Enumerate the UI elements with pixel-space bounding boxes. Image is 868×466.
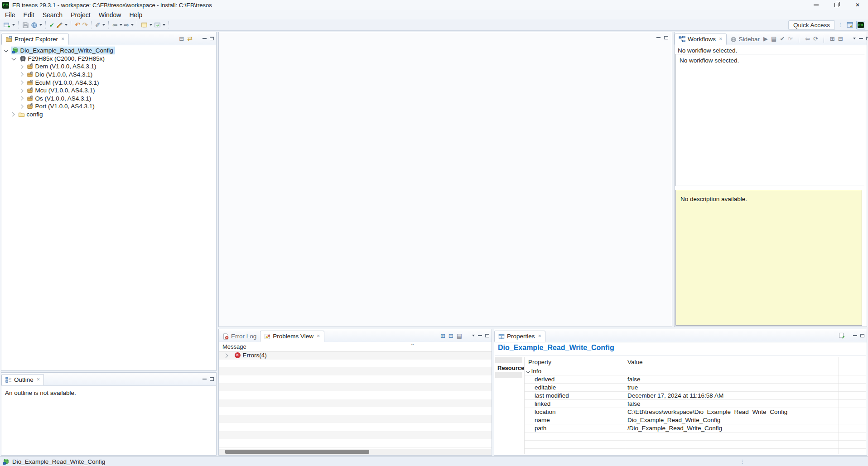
tree-item-module-dio[interactable]: Dio (V1.0.0, AS4.3.1)	[1, 71, 216, 79]
tree-item-module-ecum[interactable]: EcuM (V1.0.0, AS4.3.1)	[1, 78, 216, 86]
close-icon[interactable]: ✕	[37, 378, 40, 382]
chevron-right-icon[interactable]	[19, 104, 23, 108]
pin-properties-button[interactable]	[839, 332, 845, 339]
edit-mode-button[interactable]: ✐	[95, 22, 105, 28]
expand-all-icon[interactable]: ⊞	[830, 36, 835, 42]
tree-item[interactable]: EcuM (V1.0.0, AS4.3.1)	[26, 79, 101, 86]
forward-dropdown-arrow[interactable]	[131, 24, 134, 26]
selected-tree-item[interactable]: Dio_Example_Read_Write_Config	[11, 47, 115, 54]
tree-item-target[interactable]: F29H85x (C2000, F29H85x)	[1, 55, 216, 63]
tab-outline[interactable]: Outline ✕	[1, 374, 44, 385]
previous-step-icon[interactable]: ⇦	[805, 36, 810, 42]
window-minimize-button[interactable]	[805, 0, 826, 10]
minimize-view-icon[interactable]	[203, 38, 207, 39]
new-project-button[interactable]	[4, 22, 15, 29]
open-perspective-button[interactable]	[847, 22, 854, 29]
menu-window[interactable]: Window	[95, 10, 125, 19]
minimize-view-icon[interactable]	[203, 379, 207, 380]
menu-edit[interactable]: Edit	[19, 10, 39, 19]
maximize-view-icon[interactable]	[860, 334, 864, 337]
update-dropdown-arrow[interactable]	[39, 24, 42, 26]
tree-item-module-dem[interactable]: Dem (V1.0.0, AS4.3.1)	[1, 62, 216, 71]
table-row[interactable]: path /Dio_Example_Read_Write_Config	[525, 424, 866, 432]
back-button[interactable]: ⇦	[112, 22, 122, 28]
tree-item[interactable]: Os (V1.0.0, AS4.3.1)	[26, 95, 93, 102]
tree-item-module-os[interactable]: Os (V1.0.0, AS4.3.1)	[1, 95, 216, 103]
table-row[interactable]: location C:\EB\tresos\workspace\Dio_Exam…	[525, 408, 866, 416]
minimize-view-icon[interactable]	[478, 335, 482, 336]
info-group-row[interactable]: Info	[525, 367, 866, 375]
tab-sidebar[interactable]: Sidebar	[727, 34, 764, 45]
minimize-view-icon[interactable]	[853, 335, 857, 336]
table-row[interactable]: editable true	[525, 384, 866, 392]
view-menu-icon[interactable]	[472, 335, 475, 336]
close-icon[interactable]: ✕	[719, 37, 723, 41]
table-row[interactable]: linked false	[525, 400, 866, 408]
maximize-editor-icon[interactable]	[664, 36, 668, 39]
message-column-header[interactable]: Message ^	[219, 342, 492, 351]
chevron-down-icon[interactable]	[526, 369, 530, 373]
window-close-button[interactable]: ✕	[847, 0, 868, 10]
collapse-all-icon[interactable]: ⊟	[838, 36, 843, 42]
column-divider[interactable]	[625, 357, 625, 454]
tresos-perspective-button[interactable]: EB	[856, 21, 865, 29]
maximize-view-icon[interactable]	[866, 37, 868, 40]
close-icon[interactable]: ✕	[317, 334, 320, 338]
forward-button[interactable]: ⇨	[124, 22, 134, 28]
link-with-editor-icon[interactable]: ⇄	[187, 35, 193, 42]
chevron-right-icon[interactable]	[19, 96, 23, 101]
table-row[interactable]: derived false	[525, 375, 866, 384]
tab-project-explorer[interactable]: Project Explorer ✕	[1, 34, 69, 45]
workflow-list[interactable]: No workflow selected.	[675, 54, 865, 186]
maximize-view-icon[interactable]	[210, 37, 214, 40]
tree-item-module-port[interactable]: Port (V1.0.0, AS4.3.1)	[1, 102, 216, 110]
expand-all-icon[interactable]: ⊞	[440, 333, 445, 339]
tree-item[interactable]: Port (V1.0.0, AS4.3.1)	[26, 102, 96, 110]
horizontal-scrollbar[interactable]	[219, 449, 491, 455]
tree-item[interactable]: Dem (V1.0.0, AS4.3.1)	[26, 62, 98, 70]
restart-workflow-icon[interactable]: ⟳	[813, 36, 818, 42]
tree-item-module-mcu[interactable]: Mcu (V1.0.0, AS4.3.1)	[1, 86, 216, 95]
back-dropdown-arrow[interactable]	[120, 24, 122, 26]
tree-item-config-folder[interactable]: config	[1, 110, 216, 119]
view-menu-icon[interactable]	[853, 38, 856, 39]
verify-button[interactable]: ✔	[49, 22, 54, 28]
undo-button[interactable]: ↶	[75, 22, 81, 29]
chevron-right-icon[interactable]	[19, 81, 23, 85]
errors-group-row[interactable]: ✕ Errors(4)	[219, 351, 492, 360]
editor-area[interactable]	[218, 32, 672, 327]
chevron-right-icon[interactable]	[19, 72, 23, 77]
new-dropdown-arrow[interactable]	[12, 24, 15, 26]
open-documentation-icon[interactable]: ▤	[771, 36, 776, 42]
redo-button[interactable]: ↷	[82, 22, 88, 29]
collapse-all-icon[interactable]: ⊟	[179, 36, 184, 42]
menu-project[interactable]: Project	[67, 10, 95, 19]
tab-workflows[interactable]: Workflows ✕	[675, 34, 727, 45]
tab-properties[interactable]: Properties ✕	[494, 331, 545, 342]
quick-access-button[interactable]: Quick Access	[788, 20, 835, 30]
tree-item[interactable]: Mcu (V1.0.0, AS4.3.1)	[26, 86, 97, 94]
collapse-all-icon[interactable]: ⊟	[448, 333, 453, 339]
tab-error-log[interactable]: Error Log	[219, 331, 260, 342]
chevron-right-icon[interactable]	[19, 88, 23, 92]
last-edit-dropdown-arrow[interactable]	[149, 24, 152, 26]
tree-item[interactable]: F29H85x (C2000, F29H85x)	[19, 55, 107, 62]
next-annotation-dropdown-arrow[interactable]	[163, 24, 165, 26]
minimize-view-icon[interactable]	[859, 38, 863, 39]
tree-item[interactable]: config	[17, 110, 45, 118]
close-icon[interactable]: ✕	[61, 37, 65, 41]
edit-mode-dropdown-arrow[interactable]	[102, 24, 105, 26]
scrollbar-thumb[interactable]	[225, 450, 369, 454]
side-tab-resource[interactable]: Resource	[495, 363, 522, 372]
minimize-editor-icon[interactable]	[656, 37, 661, 38]
tree-item[interactable]: Dio (V1.0.0, AS4.3.1)	[26, 71, 95, 78]
generate-dropdown-arrow[interactable]	[65, 24, 68, 26]
save-button[interactable]	[22, 22, 29, 29]
last-edit-location-button[interactable]	[141, 22, 152, 29]
window-restore-button[interactable]	[826, 0, 847, 10]
chevron-right-icon[interactable]	[10, 112, 14, 116]
chevron-down-icon[interactable]	[4, 48, 8, 52]
maximize-view-icon[interactable]	[485, 334, 489, 337]
menu-help[interactable]: Help	[125, 10, 146, 19]
chevron-right-icon[interactable]	[19, 64, 23, 68]
